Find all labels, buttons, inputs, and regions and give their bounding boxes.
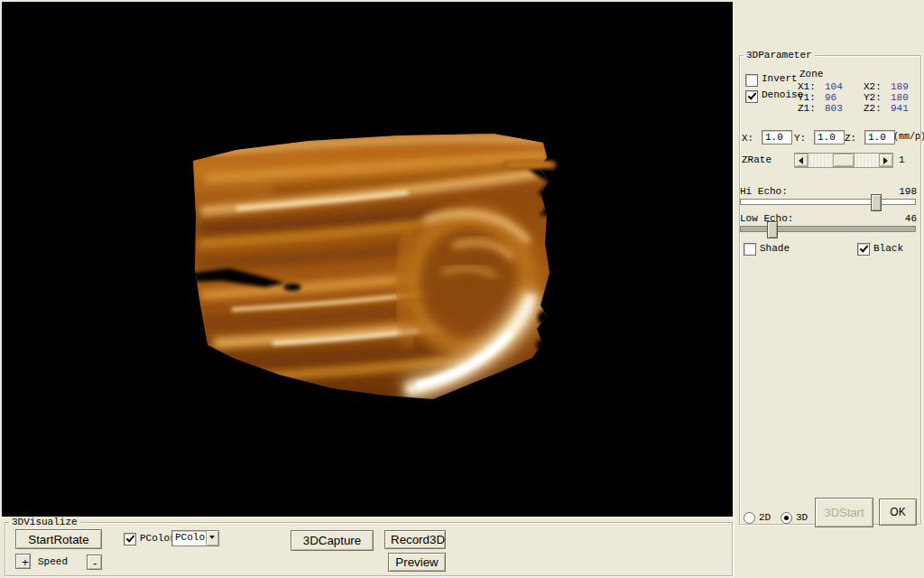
zone-x1-value: 104 (825, 81, 843, 92)
z-scale-label: Z: (845, 133, 856, 144)
low-echo-track[interactable] (740, 226, 916, 232)
zrate-label: ZRate (742, 154, 772, 165)
hi-echo-track[interactable] (740, 199, 916, 205)
pcolor-checkbox[interactable] (124, 533, 136, 545)
zone-title: Zone (799, 69, 823, 79)
dropdown-arrow-icon[interactable] (206, 531, 218, 545)
mode-2d-label: 2D (759, 512, 771, 523)
black-checkbox[interactable] (857, 243, 870, 256)
shade-label: Shade (760, 243, 790, 254)
speed-plus-button[interactable]: + (15, 554, 31, 569)
zone-z2-value: 941 (891, 103, 909, 114)
3d-viewport[interactable] (2, 2, 733, 517)
app-window: 3DParameter Invert Denoise Zone X1: 104 … (0, 0, 924, 578)
low-echo-thumb[interactable] (767, 221, 778, 238)
zone-x1-label: X1: (798, 81, 816, 92)
3dstart-button[interactable]: 3DStart (815, 498, 873, 527)
speed-minus-button[interactable]: - (87, 555, 102, 570)
x-scale-label: X: (742, 133, 753, 144)
zrate-left-arrow[interactable] (794, 154, 808, 167)
zrate-thumb[interactable] (833, 154, 855, 167)
y-scale-label: Y: (794, 133, 806, 144)
zrate-scrollbar[interactable] (794, 153, 893, 168)
zrate-right-arrow[interactable] (879, 154, 893, 167)
shade-checkbox[interactable] (744, 243, 756, 256)
zone-z2-label: Z2: (864, 103, 882, 114)
x-scale-input[interactable]: 1.0 (762, 130, 792, 144)
invert-label: Invert (762, 73, 798, 84)
pcolor-select[interactable]: PColor (171, 530, 219, 546)
scale-unit-label: (mm/p) (893, 132, 924, 142)
invert-checkbox[interactable] (745, 74, 758, 87)
parameter-groupbox: 3DParameter Invert Denoise Zone X1: 104 … (739, 55, 921, 525)
hi-echo-value: 198 (899, 186, 917, 197)
low-echo-value: 46 (905, 213, 917, 224)
y-scale-input[interactable]: 1.0 (814, 130, 845, 144)
mode-3d-radio[interactable] (781, 512, 792, 524)
visualize-group-title: 3DVisualize (9, 517, 80, 527)
parameter-group-title: 3DParameter (744, 50, 815, 61)
hi-echo-label: Hi Echo: (740, 186, 788, 197)
left-arrow-icon (799, 157, 803, 164)
ok-button[interactable]: OK (879, 499, 917, 526)
visualize-bar: 3DVisualize StartRotate + Speed - PColor… (0, 517, 734, 578)
preview-button[interactable]: Preview (388, 553, 446, 572)
visualize-groupbox: 3DVisualize StartRotate + Speed - PColor… (5, 522, 733, 576)
speed-label: Speed (38, 556, 68, 567)
zone-z1-value: 803 (825, 103, 843, 114)
zone-x2-value: 189 (891, 81, 909, 92)
black-label: Black (873, 243, 903, 254)
volume-render (2, 2, 733, 517)
zrate-value: 1 (899, 154, 905, 165)
start-rotate-button[interactable]: StartRotate (15, 529, 102, 549)
record3d-button[interactable]: Record3D (384, 530, 446, 549)
right-arrow-icon (883, 157, 888, 164)
denoise-checkbox[interactable] (745, 90, 758, 103)
parameter-panel: 3DParameter Invert Denoise Zone X1: 104 … (734, 0, 924, 578)
zone-y2-value: 180 (891, 92, 909, 103)
mode-2d-radio[interactable] (744, 512, 755, 524)
hi-echo-thumb[interactable] (871, 194, 882, 211)
zone-y2-label: Y2: (864, 92, 882, 103)
mode-3d-label: 3D (796, 512, 808, 523)
zone-y1-label: Y1: (798, 92, 816, 103)
zone-x2-label: X2: (864, 81, 882, 92)
3dcapture-button[interactable]: 3DCapture (291, 530, 374, 551)
z-scale-input[interactable]: 1.0 (864, 130, 895, 144)
zone-y1-value: 96 (825, 92, 836, 103)
pcolor-label: PColor (140, 533, 176, 544)
zone-z1-label: Z1: (798, 103, 816, 114)
